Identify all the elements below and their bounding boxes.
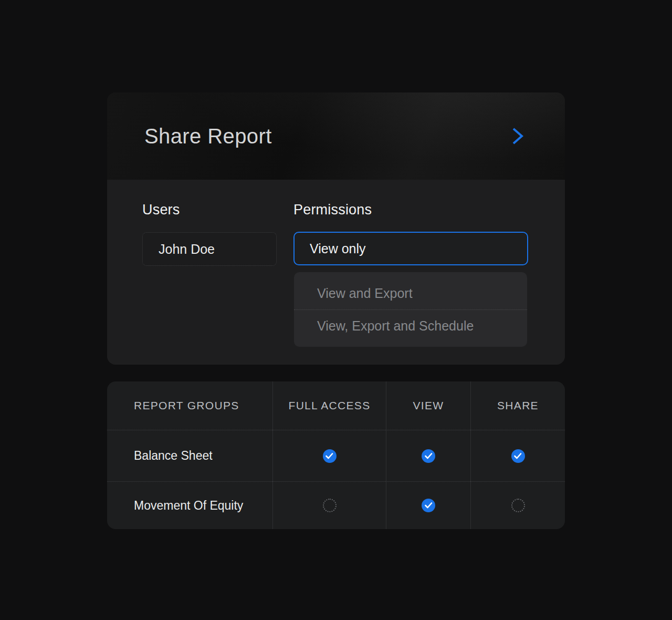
column-header-full-access: FULL ACCESS bbox=[272, 381, 386, 430]
row-label-balance-sheet: Balance Sheet bbox=[107, 430, 272, 481]
share-report-body: Users Permissions John Doe View only Vie… bbox=[107, 180, 565, 365]
checkbox-movement-of-equity-view[interactable] bbox=[422, 499, 435, 512]
permissions-selected-value: View only bbox=[310, 241, 366, 256]
checkbox-balance-sheet-full-access[interactable] bbox=[323, 449, 337, 463]
table-cell bbox=[470, 430, 565, 481]
share-report-panel: Share Report Users Permissions John Doe … bbox=[107, 92, 565, 365]
screen: Share Report Users Permissions John Doe … bbox=[0, 0, 672, 620]
row-label-movement-of-equity: Movement Of Equity bbox=[107, 481, 272, 529]
table-cell bbox=[386, 481, 470, 529]
share-report-header: Share Report bbox=[107, 92, 565, 180]
checkbox-movement-of-equity-full-access[interactable] bbox=[323, 499, 337, 512]
checkbox-movement-of-equity-share[interactable] bbox=[511, 499, 525, 512]
dropdown-option-view-and-export[interactable]: View and Export bbox=[294, 277, 527, 309]
page-title: Share Report bbox=[144, 125, 272, 148]
dropdown-option-view-export-schedule[interactable]: View, Export and Schedule bbox=[294, 309, 527, 342]
checkbox-balance-sheet-view[interactable] bbox=[422, 449, 435, 463]
checkbox-balance-sheet-share[interactable] bbox=[511, 449, 525, 463]
column-header-report-groups: REPORT GROUPS bbox=[107, 381, 272, 430]
permissions-dropdown: View and Export View, Export and Schedul… bbox=[294, 272, 527, 347]
table-cell bbox=[470, 481, 565, 529]
chevron-right-icon[interactable] bbox=[510, 126, 525, 146]
permissions-select[interactable]: View only bbox=[293, 232, 528, 265]
column-header-view: VIEW bbox=[386, 381, 470, 430]
users-input[interactable]: John Doe bbox=[142, 232, 277, 266]
column-header-share: SHARE bbox=[470, 381, 565, 430]
report-groups-table: REPORT GROUPS FULL ACCESS VIEW SHARE Bal… bbox=[107, 381, 565, 529]
table-cell bbox=[272, 430, 386, 481]
table-cell bbox=[386, 430, 470, 481]
permissions-label: Permissions bbox=[293, 202, 372, 218]
users-input-value: John Doe bbox=[159, 242, 215, 257]
users-label: Users bbox=[142, 202, 180, 218]
permissions-grid: REPORT GROUPS FULL ACCESS VIEW SHARE Bal… bbox=[107, 381, 565, 529]
table-cell bbox=[272, 481, 386, 529]
